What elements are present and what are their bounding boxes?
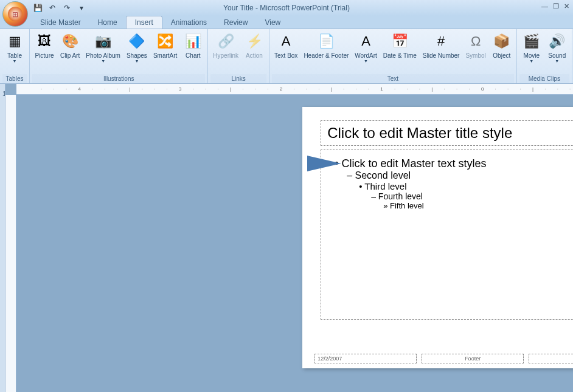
- symbol-icon: Ω: [466, 32, 485, 51]
- slide-number-button[interactable]: #Slide Number: [420, 30, 462, 60]
- undo-icon[interactable]: ↶: [46, 2, 58, 14]
- date-time-button[interactable]: 📅Date & Time: [381, 30, 419, 60]
- dropdown-arrow-icon: ▼: [134, 59, 139, 63]
- photo-album-button[interactable]: 📷Photo Album▼: [83, 30, 123, 64]
- group-label: Illustrations: [32, 74, 205, 83]
- chart-icon: 📊: [183, 32, 203, 51]
- save-icon[interactable]: 💾: [32, 2, 44, 14]
- text-box-icon: A: [276, 32, 296, 51]
- object-label: Object: [493, 52, 510, 59]
- quick-access-toolbar: 💾 ↶ ↷ ▾: [32, 2, 88, 14]
- symbol-label: Symbol: [465, 52, 485, 59]
- vertical-ruler[interactable]: [5, 95, 16, 392]
- tab-home[interactable]: Home: [89, 16, 126, 29]
- hyperlink-icon: 🔗: [216, 32, 235, 51]
- office-button[interactable]: ⊞: [2, 1, 28, 27]
- main-area: 1 Click to edit Master title style • Cli…: [0, 84, 573, 392]
- picture-icon: 🖼: [35, 32, 54, 51]
- shapes-label: Shapes: [127, 52, 147, 59]
- slide-number-placeholder[interactable]: ‹#›: [529, 354, 573, 363]
- table-button[interactable]: ▦Table▼: [2, 30, 27, 64]
- text-level-4[interactable]: Fourth level: [331, 191, 573, 201]
- dropdown-arrow-icon: ▼: [101, 59, 105, 63]
- text-box-button[interactable]: AText Box: [272, 30, 300, 60]
- horizontal-ruler[interactable]: · · · 4 · · · | · · · 3 · · · | · · · 2 …: [16, 84, 573, 95]
- text-box-label: Text Box: [274, 52, 297, 59]
- dropdown-arrow-icon: ▼: [364, 59, 368, 63]
- close-button[interactable]: ✕: [564, 2, 569, 10]
- group-label: Tables: [2, 74, 27, 83]
- symbol-button: ΩSymbol: [463, 30, 488, 60]
- table-label: Table: [7, 52, 22, 59]
- tab-review[interactable]: Review: [215, 16, 256, 29]
- date-time-icon: 📅: [390, 32, 409, 51]
- object-button[interactable]: 📦Object: [490, 30, 514, 60]
- shapes-button[interactable]: 🔷Shapes▼: [124, 30, 150, 64]
- picture-button[interactable]: 🖼Picture: [32, 30, 57, 60]
- ribbon-group-tables: ▦Table▼Tables: [0, 29, 30, 83]
- smartart-label: SmartArt: [153, 52, 177, 59]
- clipart-button[interactable]: 🎨Clip Art: [58, 30, 82, 60]
- text-level-5[interactable]: Fifth level: [331, 201, 573, 210]
- object-icon: 📦: [492, 32, 512, 51]
- wordart-button[interactable]: AWordArt▼: [352, 30, 380, 64]
- title-bar: ⊞ 💾 ↶ ↷ ▾ Your Title - Microsoft PowerPo…: [0, 0, 573, 16]
- window-title: Your Title - Microsoft PowerPoint (Trial…: [223, 4, 350, 12]
- slide-number-label: Slide Number: [423, 52, 460, 59]
- photo-album-label: Photo Album: [86, 52, 120, 59]
- smartart-icon: 🔀: [156, 32, 175, 51]
- ribbon-group-illustrations: 🖼Picture🎨Clip Art📷Photo Album▼🔷Shapes▼🔀S…: [30, 29, 208, 83]
- action-label: Action: [246, 52, 263, 59]
- group-label: Links: [210, 74, 266, 83]
- sound-button[interactable]: 🔊Sound▼: [545, 30, 569, 64]
- qat-more-icon[interactable]: ▾: [75, 2, 88, 14]
- table-icon: ▦: [5, 32, 24, 51]
- sound-label: Sound: [548, 52, 566, 59]
- slide[interactable]: Click to edit Master title style Click t…: [302, 107, 573, 368]
- minimize-button[interactable]: —: [541, 2, 548, 10]
- tab-view[interactable]: View: [256, 16, 289, 29]
- slide-canvas[interactable]: Click to edit Master title style Click t…: [16, 95, 573, 392]
- footer-placeholder[interactable]: Footer: [422, 354, 524, 363]
- action-button: ⚡Action: [242, 30, 266, 60]
- clipart-label: Clip Art: [60, 52, 80, 59]
- header-footer-icon: 📄: [316, 32, 336, 51]
- sound-icon: 🔊: [547, 32, 567, 51]
- restore-button[interactable]: ❐: [553, 2, 559, 10]
- slide-number-icon: #: [431, 32, 451, 51]
- svg-text:⊞: ⊞: [12, 10, 18, 19]
- clipart-icon: 🎨: [60, 32, 80, 51]
- slide-master-panel[interactable]: 1 Click to edit Master title style • Cli…: [0, 84, 5, 392]
- body-placeholder[interactable]: Click to edit Master text styles Second …: [321, 150, 573, 320]
- tab-insert[interactable]: Insert: [126, 16, 162, 29]
- text-level-3[interactable]: Third level: [331, 181, 573, 191]
- group-label: Text: [272, 74, 514, 83]
- chart-label: Chart: [186, 52, 200, 59]
- tab-slide-master[interactable]: Slide Master: [32, 16, 89, 29]
- tab-animations[interactable]: Animations: [162, 16, 215, 29]
- group-label: Media Clips: [519, 74, 569, 83]
- movie-icon: 🎬: [522, 32, 541, 51]
- chart-button[interactable]: 📊Chart: [181, 30, 205, 60]
- action-icon: ⚡: [245, 32, 264, 51]
- dropdown-arrow-icon: ▼: [555, 59, 559, 63]
- shapes-icon: 🔷: [127, 32, 147, 51]
- title-placeholder[interactable]: Click to edit Master title style: [321, 120, 573, 146]
- movie-button[interactable]: 🎬Movie▼: [519, 30, 544, 64]
- header-footer-label: Header & Footer: [304, 52, 349, 59]
- triangle-shape-icon[interactable]: [307, 156, 341, 171]
- wordart-label: WordArt: [355, 52, 377, 59]
- slide-editor: · · · 4 · · · | · · · 3 · · · | · · · 2 …: [5, 84, 573, 392]
- text-level-2[interactable]: Second level: [331, 170, 573, 181]
- picture-label: Picture: [35, 52, 54, 59]
- header-footer-button[interactable]: 📄Header & Footer: [301, 30, 351, 60]
- date-placeholder[interactable]: 12/2/2007: [314, 354, 417, 363]
- ribbon-group-links: 🔗Hyperlink⚡ActionLinks: [208, 29, 269, 83]
- wordart-icon: A: [356, 32, 376, 51]
- svg-marker-5: [307, 156, 341, 171]
- text-level-1[interactable]: Click to edit Master text styles: [331, 157, 573, 170]
- smartart-button[interactable]: 🔀SmartArt: [151, 30, 179, 60]
- ribbon-group-media-clips: 🎬Movie▼🔊Sound▼Media Clips: [517, 29, 572, 83]
- dropdown-arrow-icon: ▼: [529, 59, 533, 63]
- redo-icon[interactable]: ↷: [61, 2, 73, 14]
